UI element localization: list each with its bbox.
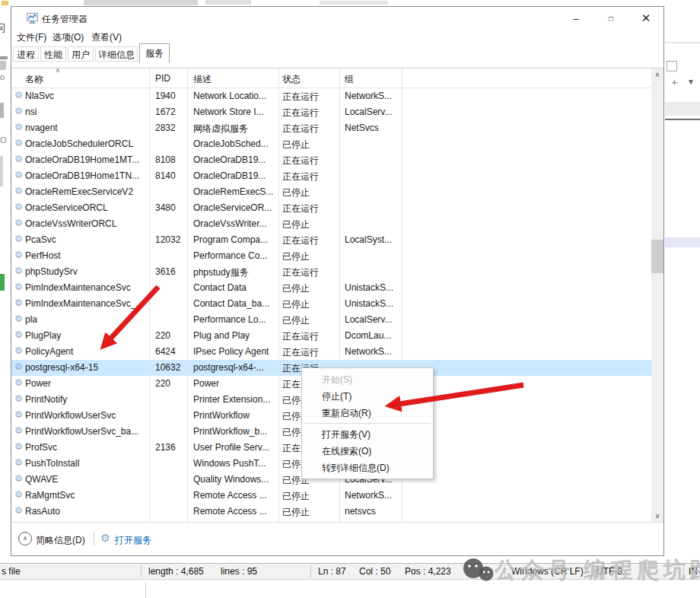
scroll-up-icon[interactable]: ∧ bbox=[651, 68, 663, 81]
service-gear-icon: ⚙ bbox=[14, 377, 23, 388]
service-row-PlugPlay[interactable]: ⚙PlugPlay220Plug and Play正在运行DcomLau... bbox=[11, 328, 651, 344]
cell-group: NetworkS... bbox=[345, 490, 409, 501]
vertical-scrollbar[interactable]: ∧ ∨ bbox=[651, 68, 663, 523]
cell-desc: Plug and Play bbox=[193, 330, 278, 341]
service-row-NlaSvc[interactable]: ⚙NlaSvc1940Network Locatio...正在运行Network… bbox=[11, 88, 651, 104]
minimize-button[interactable]: – bbox=[558, 7, 593, 30]
cell-status: 正在运行 bbox=[282, 266, 339, 279]
header-desc[interactable]: 描述 bbox=[193, 73, 212, 86]
cell-name: PrintNotify bbox=[25, 394, 147, 405]
collapse-chevron-icon[interactable]: ∧ bbox=[18, 532, 32, 546]
cell-desc: postgresql-x64-... bbox=[193, 362, 278, 373]
service-row-OracleOraDB19Home1TN...[interactable]: ⚙OracleOraDB19Home1TN...8140OracleOraDB1… bbox=[11, 168, 651, 184]
service-gear-icon: ⚙ bbox=[14, 186, 23, 196]
cell-group: netsvcs bbox=[345, 506, 409, 517]
summary-toggle[interactable]: 简略信息(D) bbox=[36, 534, 85, 547]
wechat-icon bbox=[460, 558, 498, 587]
service-row-PimIndexMaintenanceSvc[interactable]: ⚙PimIndexMaintenanceSvcContact Data已停止Un… bbox=[11, 280, 651, 296]
cell-desc: OracleJobSched... bbox=[193, 138, 278, 149]
service-row-phpStudySrv[interactable]: ⚙phpStudySrv3616phpstudy服务正在运行 bbox=[11, 264, 651, 280]
background-top-fragment bbox=[84, 0, 198, 5]
service-row-OracleRemExecServiceV2[interactable]: ⚙OracleRemExecServiceV2OracleRemExecS...… bbox=[11, 184, 651, 200]
service-row-nvagent[interactable]: ⚙nvagent2832网络虚拟服务正在运行NetSvcs bbox=[11, 120, 651, 136]
cell-desc: Network Store I... bbox=[193, 107, 278, 117]
context-menu-item-转到详细信息[interactable]: 转到详细信息(D) bbox=[302, 460, 433, 476]
tab-performance[interactable]: 性能 bbox=[40, 46, 66, 62]
service-row-PolicyAgent[interactable]: ⚙PolicyAgent6424IPsec Policy Agent正在运行Ne… bbox=[11, 344, 651, 360]
cell-name: OracleRemExecServiceV2 bbox=[25, 186, 147, 197]
tab-services[interactable]: 服务 bbox=[139, 43, 170, 63]
menu-options[interactable]: 选项(O) bbox=[52, 31, 84, 44]
context-menu-item-在线搜索[interactable]: 在线搜索(O) bbox=[302, 443, 433, 460]
cell-status: 已停止 bbox=[282, 138, 339, 151]
statusbar-filetype: s file bbox=[2, 566, 21, 577]
statusbar-encoding: UTF-8 bbox=[597, 566, 622, 577]
cell-name: PlugPlay bbox=[25, 330, 147, 341]
header-group[interactable]: 组 bbox=[345, 73, 354, 86]
cell-name: PimIndexMaintenanceSvc_... bbox=[25, 298, 147, 309]
service-gear-icon: ⚙ bbox=[14, 250, 23, 260]
service-row-pla[interactable]: ⚙plaPerformance Lo...已停止LocalServ... bbox=[11, 312, 651, 328]
background-dropdown-icon[interactable]: ▼ bbox=[687, 78, 695, 86]
statusbar-col: Col : 50 bbox=[359, 566, 390, 577]
background-checkbox[interactable] bbox=[667, 61, 677, 72]
cell-group: LocalSyst... bbox=[345, 234, 409, 245]
service-row-OracleVssWriterORCL[interactable]: ⚙OracleVssWriterORCLOracleVssWriter...已停… bbox=[11, 216, 651, 232]
service-gear-icon: ⚙ bbox=[14, 409, 23, 420]
service-row-PerfHost[interactable]: ⚙PerfHostPerformance Co...已停止 bbox=[11, 248, 651, 264]
maximize-button[interactable]: □ bbox=[593, 7, 628, 30]
title-bar[interactable]: 任务管理器 – □ ✕ bbox=[11, 7, 663, 30]
context-menu-item-打开服务[interactable]: 打开服务(V) bbox=[302, 426, 433, 443]
scroll-down-icon[interactable]: ∨ bbox=[651, 510, 663, 523]
cell-name: PolicyAgent bbox=[25, 346, 147, 357]
cell-pid: 10632 bbox=[155, 362, 195, 373]
cell-pid: 12032 bbox=[155, 234, 195, 245]
service-gear-icon: ⚙ bbox=[14, 505, 23, 516]
cell-group: UnistackS... bbox=[345, 282, 409, 293]
statusbar-separator bbox=[683, 565, 684, 577]
header-status[interactable]: 状态 bbox=[282, 73, 301, 86]
context-menu-item-重新启动[interactable]: 重新启动(R) bbox=[302, 405, 433, 421]
service-gear-icon: ⚙ bbox=[14, 329, 23, 340]
cell-desc: Power bbox=[193, 378, 278, 389]
scrollbar-thumb[interactable] bbox=[651, 240, 663, 273]
cell-status: 已停止 bbox=[282, 298, 339, 311]
header-name[interactable]: 名称 bbox=[25, 73, 43, 86]
tab-processes[interactable]: 进程 bbox=[13, 46, 39, 62]
close-button[interactable]: ✕ bbox=[628, 7, 663, 30]
context-menu-item-开始: 开始(S) bbox=[302, 371, 433, 388]
cell-pid: 2832 bbox=[155, 122, 195, 133]
service-row-RaMgmtSvc[interactable]: ⚙RaMgmtSvcRemote Access ...已停止NetworkS..… bbox=[11, 488, 651, 504]
background-left-text: O bbox=[0, 135, 7, 145]
background-plus-icon[interactable]: + bbox=[671, 75, 678, 88]
menu-bar: 文件(F) 选项(O) 查看(V) bbox=[11, 30, 663, 45]
service-row-OracleOraDB19Home1MT...[interactable]: ⚙OracleOraDB19Home1MT...8108OracleOraDB1… bbox=[11, 152, 651, 168]
cell-desc: Program Compa... bbox=[193, 234, 278, 245]
cell-name: OracleOraDB19Home1MT... bbox=[25, 154, 147, 165]
service-row-OracleJobSchedulerORCL[interactable]: ⚙OracleJobSchedulerORCLOracleJobSched...… bbox=[11, 136, 651, 152]
menu-view[interactable]: 查看(V) bbox=[91, 31, 122, 44]
cell-name: PrintWorkflowUserSvc_ba... bbox=[25, 426, 147, 437]
service-row-PimIndexMaintenanceSvc_...[interactable]: ⚙PimIndexMaintenanceSvc_...Contact Data_… bbox=[11, 296, 651, 312]
tab-details[interactable]: 详细信息 bbox=[95, 46, 138, 62]
service-row-nsi[interactable]: ⚙nsi1672Network Store I...正在运行LocalServ.… bbox=[11, 104, 651, 120]
service-gear-icon: ⚙ bbox=[14, 122, 23, 132]
service-row-RasAuto[interactable]: ⚙RasAutoRemote Access ...已停止netsvcs bbox=[11, 504, 651, 520]
background-top-fragment bbox=[205, 0, 251, 5]
service-row-OracleServiceORCL[interactable]: ⚙OracleServiceORCL3480OracleServiceOR...… bbox=[11, 200, 651, 216]
service-gear-icon: ⚙ bbox=[14, 425, 23, 436]
header-pid[interactable]: PID bbox=[155, 73, 170, 84]
context-menu-item-停止[interactable]: 停止(T) bbox=[302, 388, 433, 405]
service-row-PcaSvc[interactable]: ⚙PcaSvc12032Program Compa...正在运行LocalSys… bbox=[11, 232, 651, 248]
cell-name: Power bbox=[25, 378, 147, 389]
tab-users[interactable]: 用户 bbox=[68, 46, 94, 62]
cell-name: NlaSvc bbox=[25, 91, 147, 101]
statusbar-lines: lines : 95 bbox=[221, 566, 257, 577]
open-services-link[interactable]: 打开服务 bbox=[115, 534, 151, 547]
menu-file[interactable]: 文件(F) bbox=[17, 31, 46, 44]
statusbar-separator bbox=[310, 565, 311, 577]
cell-name: nsi bbox=[25, 107, 147, 117]
cell-name: RaMgmtSvc bbox=[25, 490, 147, 501]
background-right-band bbox=[665, 102, 700, 116]
sort-ascending-icon: ∧ bbox=[56, 68, 60, 74]
